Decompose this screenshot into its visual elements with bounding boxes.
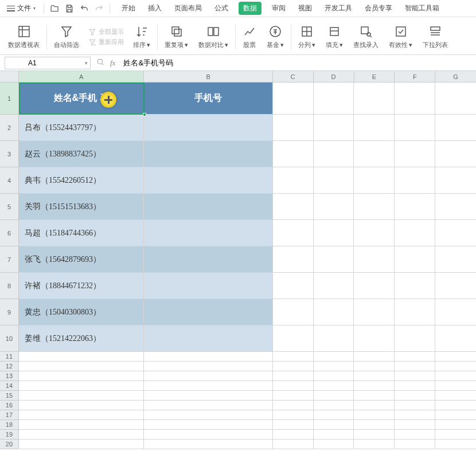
row-header-16[interactable]: 16: [0, 401, 19, 410]
fill-button[interactable]: 填充▾: [322, 20, 346, 54]
row-header-13[interactable]: 13: [0, 371, 19, 381]
validation-icon: [394, 25, 408, 38]
tab-pagelayout[interactable]: 页面布局: [172, 1, 204, 16]
cancel-icon[interactable]: [96, 58, 104, 68]
svg-point-12: [97, 59, 102, 64]
autofilter-button[interactable]: 自动筛选: [50, 20, 83, 54]
row-header-19[interactable]: 19: [0, 430, 19, 440]
col-header-C[interactable]: C: [273, 71, 314, 82]
row-header-10[interactable]: 10: [0, 325, 19, 352]
cell-A4[interactable]: 典韦（15542260512）: [19, 167, 144, 194]
validation-button[interactable]: 有效性▾: [385, 20, 416, 54]
cell-B4[interactable]: [144, 167, 272, 194]
svg-rect-8: [361, 27, 368, 34]
tab-formula[interactable]: 公式: [212, 1, 231, 16]
spreadsheet-grid[interactable]: A B C D E F G 1 姓名&手机 马 手机号 2吕布（15524437…: [0, 71, 476, 449]
filter-icon: [60, 25, 73, 38]
fx-icon[interactable]: fx: [110, 58, 115, 68]
quick-access-toolbar: [44, 3, 110, 14]
cell-A9[interactable]: 黄忠（15040300803）: [19, 299, 144, 325]
row-header-1[interactable]: 1: [0, 83, 19, 115]
tab-vip[interactable]: 会员专享: [362, 1, 395, 16]
undo-icon[interactable]: [80, 4, 89, 13]
row-header-2[interactable]: 2: [0, 115, 19, 141]
fill-handle[interactable]: [143, 113, 146, 116]
caret-down-icon[interactable]: ▾: [85, 60, 88, 66]
tab-start[interactable]: 开始: [119, 1, 138, 16]
col-header-G[interactable]: G: [435, 71, 476, 82]
row-header-7[interactable]: 7: [0, 246, 19, 273]
col-header-E[interactable]: E: [354, 71, 395, 82]
row-header-14[interactable]: 14: [0, 381, 19, 391]
cell-A10[interactable]: 姜维（15214222063）: [19, 325, 144, 352]
cell-B5[interactable]: [144, 194, 272, 220]
stock-button[interactable]: 股票: [239, 20, 260, 54]
tab-data[interactable]: 数据: [239, 2, 262, 15]
find-input-button[interactable]: 查找录入: [350, 20, 382, 54]
compare-icon: [206, 25, 220, 38]
open-icon[interactable]: [50, 4, 59, 13]
name-box[interactable]: ▾: [5, 57, 91, 69]
cell-B9[interactable]: [144, 299, 272, 325]
data-compare-button[interactable]: 数据对比▾: [195, 20, 232, 54]
cell-B8[interactable]: [144, 273, 272, 299]
tab-smarttools[interactable]: 智能工具箱: [403, 1, 442, 16]
save-icon[interactable]: [65, 4, 74, 13]
pivot-button[interactable]: 数据透视表: [5, 20, 43, 54]
sort-button[interactable]: 排序▾: [130, 20, 154, 54]
redo-icon[interactable]: [95, 4, 104, 13]
row-header-15[interactable]: 15: [0, 391, 19, 401]
row-header-11[interactable]: 11: [0, 352, 19, 362]
col-header-F[interactable]: F: [395, 71, 435, 82]
cell-B2[interactable]: [144, 115, 272, 141]
row-header-17[interactable]: 17: [0, 410, 19, 420]
cell-A2[interactable]: 吕布（15524437797）: [19, 115, 144, 141]
show-all-button[interactable]: 全部显示: [88, 28, 124, 36]
cell-B3[interactable]: [144, 141, 272, 167]
cell-B7[interactable]: [144, 246, 272, 273]
col-header-A[interactable]: A: [19, 71, 144, 82]
cell-C1[interactable]: [273, 83, 314, 115]
pivot-icon: [17, 25, 31, 38]
row-header-4[interactable]: 4: [0, 167, 19, 194]
row-header-12[interactable]: 12: [0, 362, 19, 371]
fund-button[interactable]: 基金▾: [263, 20, 287, 54]
cell-A1[interactable]: 姓名&手机 马: [19, 83, 144, 115]
cell-A6[interactable]: 马超（15184744366）: [19, 220, 144, 246]
name-box-input[interactable]: [5, 59, 90, 67]
tab-dev[interactable]: 开发工具: [322, 1, 354, 16]
formula-input[interactable]: [121, 58, 476, 67]
cell-A8[interactable]: 许褚（18844671232）: [19, 273, 144, 299]
cell-B1[interactable]: 手机号: [144, 83, 272, 115]
tab-view[interactable]: 视图: [296, 1, 314, 16]
cell-G1[interactable]: [435, 83, 476, 115]
row-header-6[interactable]: 6: [0, 220, 19, 246]
select-all-corner[interactable]: [0, 71, 19, 82]
row-header-5[interactable]: 5: [0, 194, 19, 220]
cell-D1[interactable]: [314, 83, 354, 115]
cell-A5[interactable]: 关羽（15151513683）: [19, 194, 144, 220]
reapply-button[interactable]: 重新应用: [88, 38, 124, 46]
row-header-9[interactable]: 9: [0, 299, 19, 325]
cell-B6[interactable]: [144, 220, 272, 246]
tab-insert[interactable]: 插入: [146, 1, 164, 16]
col-header-B[interactable]: B: [144, 71, 272, 82]
cell-F1[interactable]: [395, 83, 435, 115]
duplicates-button[interactable]: 重复项▾: [161, 20, 192, 54]
tab-review[interactable]: 审阅: [270, 1, 288, 16]
file-menu[interactable]: 文件 ▾: [3, 2, 39, 15]
cell-A7[interactable]: 张飞（15642879693）: [19, 246, 144, 273]
row-header-8[interactable]: 8: [0, 273, 19, 299]
split-button[interactable]: 分列▾: [295, 20, 319, 54]
cell-A3[interactable]: 赵云（13898837425）: [19, 141, 144, 167]
svg-rect-4: [214, 28, 219, 36]
cell-E1[interactable]: [354, 83, 395, 115]
row-header-3[interactable]: 3: [0, 141, 19, 167]
cell-B10[interactable]: [144, 325, 272, 352]
row-header-20[interactable]: 20: [0, 440, 19, 449]
dropdown-list-button[interactable]: 下拉列表: [419, 20, 451, 54]
row-header-18[interactable]: 18: [0, 420, 19, 430]
fund-icon: [268, 25, 282, 38]
fill-icon: [327, 25, 341, 38]
col-header-D[interactable]: D: [314, 71, 354, 82]
